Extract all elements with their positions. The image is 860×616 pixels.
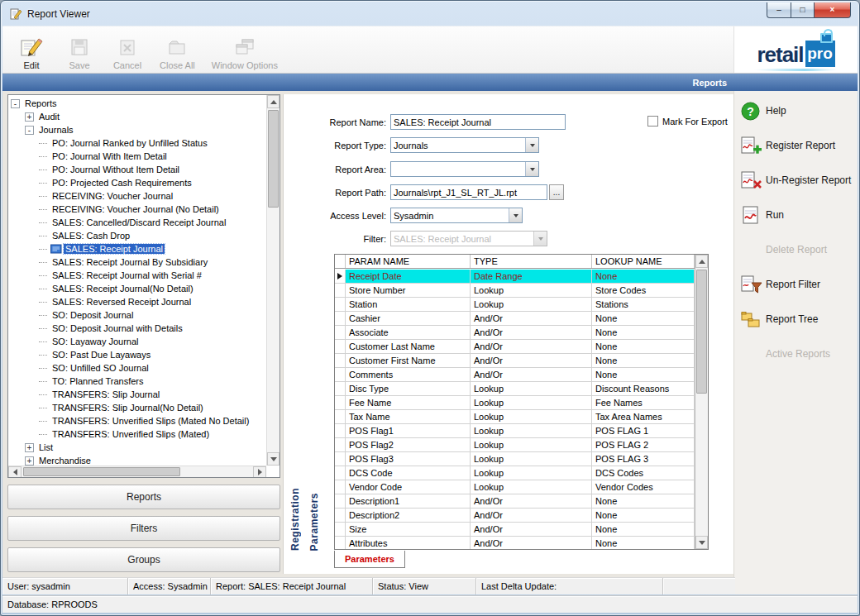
scrollbar-track[interactable]: [267, 108, 280, 452]
collapse-icon[interactable]: -: [11, 99, 20, 108]
chevron-down-icon[interactable]: [525, 162, 538, 176]
table-row-dcs-code[interactable]: DCS CodeLookupDCS Codes: [335, 466, 695, 480]
chevron-down-icon[interactable]: [525, 138, 538, 152]
groups-panel-button[interactable]: Groups: [7, 547, 280, 572]
tree-item-sales-receipt-journal-by-subsidiary[interactable]: SALES: Receipt Journal By Subsidiary: [8, 255, 266, 269]
table-row-fee-name[interactable]: Fee NameLookupFee Names: [335, 396, 695, 410]
table-row-station[interactable]: StationLookupStations: [335, 298, 695, 312]
report-area-select[interactable]: [390, 161, 539, 177]
sidebar-item-help[interactable]: ?Help: [734, 93, 858, 128]
scroll-left-button[interactable]: [8, 466, 22, 478]
sidebar-item-report-filter[interactable]: Report Filter: [734, 267, 858, 302]
chevron-down-icon[interactable]: [533, 232, 547, 246]
tree-item-receiving-voucher-journal[interactable]: RECEIVING: Voucher Journal: [8, 189, 266, 203]
table-row-tax-name[interactable]: Tax NameLookupTax Area Names: [335, 410, 695, 424]
table-row-customer-first-name[interactable]: Customer First NameAnd/OrNone: [335, 354, 695, 368]
sidebar-item-un-register-report[interactable]: Un-Register Report: [734, 163, 858, 198]
tree-item-so-layaway-journal[interactable]: SO: Layaway Journal: [8, 335, 266, 348]
scrollbar-thumb[interactable]: [696, 270, 707, 394]
tree-item-po-journal-with-item-detail[interactable]: PO: Journal With Item Detail: [8, 150, 266, 163]
tree-item-sales-receipt-journal-with-serial[interactable]: SALES: Receipt Journal with Serial #: [8, 269, 266, 282]
table-row-size[interactable]: SizeAnd/OrNone: [335, 523, 695, 537]
filters-panel-button[interactable]: Filters: [7, 516, 280, 541]
tree-item-po-projected-cash-requirements[interactable]: PO: Projected Cash Requirements: [8, 176, 266, 189]
toolbar-button-label: Save: [69, 60, 89, 70]
table-row-disc-type[interactable]: Disc TypeLookupDiscount Reasons: [335, 382, 695, 396]
tree-item-so-unfilled-so-journal[interactable]: SO: Unfilled SO Journal: [8, 361, 266, 375]
tree-item-list[interactable]: +List: [8, 441, 266, 454]
collapse-icon[interactable]: -: [25, 126, 34, 135]
tree-item-sales-receipt-journal-no-detail[interactable]: SALES: Receipt Journal(No Detail): [8, 282, 266, 295]
minimize-button[interactable]: –: [767, 2, 791, 18]
tree-item-transfers-slip-journal-no-detail[interactable]: TRANSFERS: Slip Journal(No Detail): [8, 401, 266, 414]
tree-item-transfers-unverified-slips-mated-no-detail[interactable]: TRANSFERS: Unverified Slips (Mated No De…: [8, 414, 266, 427]
grid-vertical-scrollbar[interactable]: [695, 255, 708, 549]
table-row-receipt-date[interactable]: Receipt DateDate RangeNone: [335, 270, 695, 284]
filter-select[interactable]: SALES: Receipt Journal: [390, 231, 547, 246]
mark-for-export-checkbox[interactable]: [647, 116, 658, 127]
table-row-associate[interactable]: AssociateAnd/OrNone: [335, 326, 695, 340]
scrollbar-track[interactable]: [22, 466, 253, 477]
tab-parameters[interactable]: Parameters: [334, 551, 405, 568]
table-row-cashier[interactable]: CashierAnd/OrNone: [335, 312, 695, 326]
scrollbar-thumb[interactable]: [268, 110, 279, 208]
table-row-comments[interactable]: CommentsAnd/OrNone: [335, 368, 695, 382]
tree-item-merchandise[interactable]: +Merchandise: [8, 454, 266, 466]
sidebar-item-run[interactable]: Run: [734, 198, 858, 232]
browse-button[interactable]: ...: [549, 184, 564, 200]
tree-horizontal-scrollbar[interactable]: [8, 466, 266, 477]
table-row-description1[interactable]: Description1And/OrNone: [335, 494, 695, 509]
tree-item-so-deposit-journal[interactable]: SO: Deposit Journal: [8, 308, 266, 322]
table-row-pos-flag1[interactable]: POS Flag1LookupPOS FLAG 1: [335, 424, 695, 438]
tree-item-sales-cancelled-discard-receipt-journal[interactable]: SALES: Cancelled/Discard Receipt Journal: [8, 216, 266, 229]
scrollbar-track[interactable]: [695, 268, 708, 536]
close-button[interactable]: ×: [814, 2, 851, 18]
report-name-input[interactable]: SALES: Receipt Journal: [390, 114, 566, 130]
maximize-button[interactable]: □: [791, 2, 814, 18]
scrollbar-thumb[interactable]: [23, 467, 180, 476]
scroll-up-button[interactable]: [695, 255, 708, 268]
tree-item-to-planned-transfers[interactable]: TO: Planned Transfers: [8, 375, 266, 388]
table-row-pos-flag2[interactable]: POS Flag2LookupPOS FLAG 2: [335, 438, 695, 452]
report-type-select[interactable]: Journals: [390, 137, 539, 153]
tree-item-sales-cash-drop[interactable]: SALES: Cash Drop: [8, 229, 266, 242]
edit-button[interactable]: Edit: [7, 26, 55, 73]
tree-item-sales-receipt-journal[interactable]: SALES: Receipt Journal: [8, 242, 266, 255]
tree-item-reports[interactable]: -Reports: [8, 97, 266, 110]
table-row-description2[interactable]: Description2And/OrNone: [335, 509, 695, 523]
tree-item-journals[interactable]: -Journals: [8, 123, 266, 136]
reports-panel-button[interactable]: Reports: [7, 485, 280, 509]
sidebar-item-register-report[interactable]: Register Report: [734, 128, 858, 163]
scroll-right-button[interactable]: [253, 466, 266, 478]
tree-item-po-journal-ranked-by-unfilled-status[interactable]: PO: Journal Ranked by Unfilled Status: [8, 136, 266, 150]
tree-item-so-past-due-layaways[interactable]: SO: Past Due Layaways: [8, 348, 266, 361]
scroll-down-button[interactable]: [695, 536, 708, 549]
tree-item-so-deposit-journal-with-details[interactable]: SO: Deposit Journal with Details: [8, 322, 266, 335]
table-cell: Lookup: [471, 298, 592, 311]
tree-item-sales-reversed-receipt-journal[interactable]: SALES: Reversed Receipt Journal: [8, 295, 266, 308]
side-tab-registration[interactable]: Registration: [286, 486, 304, 552]
scroll-down-button[interactable]: [267, 452, 280, 466]
tree-item-transfers-slip-journal[interactable]: TRANSFERS: Slip Journal: [8, 388, 266, 401]
tree-item-receiving-voucher-journal-no-detail[interactable]: RECEIVING: Voucher Journal (No Detail): [8, 203, 266, 216]
tree-item-transfers-unverified-slips-mated[interactable]: TRANSFERS: Unverified Slips (Mated): [8, 427, 266, 441]
table-row-attributes[interactable]: AttributesAnd/OrNone: [335, 537, 695, 549]
table-row-customer-last-name[interactable]: Customer Last NameAnd/OrNone: [335, 340, 695, 354]
table-row-vendor-code[interactable]: Vendor CodeLookupVendor Codes: [335, 480, 695, 494]
table-cell: None: [592, 537, 695, 549]
expand-icon[interactable]: +: [25, 443, 34, 452]
sidebar-item-report-tree[interactable]: Report Tree: [734, 302, 858, 337]
expand-icon[interactable]: +: [25, 456, 34, 466]
report-path-input[interactable]: Journals\rpt_J1_SL_RT_JL.rpt: [390, 184, 547, 200]
side-tab-parameters[interactable]: Parameters: [305, 491, 323, 552]
table-row-store-number[interactable]: Store NumberLookupStore Codes: [335, 284, 695, 298]
chevron-down-icon[interactable]: [509, 208, 522, 222]
tree-connector: [39, 355, 47, 356]
tree-item-audit[interactable]: +Audit: [8, 110, 266, 123]
scroll-up-button[interactable]: [267, 95, 280, 108]
access-level-select[interactable]: Sysadmin: [390, 208, 523, 223]
table-row-pos-flag3[interactable]: POS Flag3LookupPOS FLAG 3: [335, 452, 695, 466]
expand-icon[interactable]: +: [25, 112, 34, 122]
tree-vertical-scrollbar[interactable]: [266, 95, 280, 466]
tree-item-po-journal-without-item-detail[interactable]: PO: Journal Without Item Detail: [8, 163, 266, 176]
